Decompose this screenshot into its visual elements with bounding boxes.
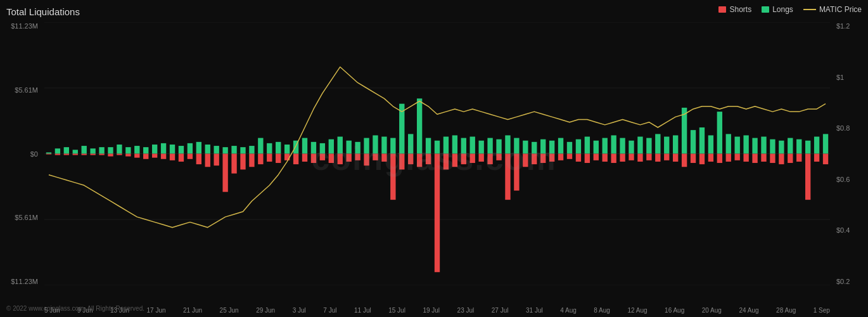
chart-title: Total Liquidations [6,6,80,17]
y-label-zero: $0 [30,150,38,158]
copyright: © 2022 www.coinglass.com. All Rights Res… [6,305,144,312]
price-label: MATIC Price [819,5,862,14]
shorts-color-box [718,6,726,13]
longs-label: Longs [772,5,793,14]
y-label-top: $11.23M [11,22,38,30]
y-label-mid-top: $5.61M [15,86,38,94]
y-label-mid-bot: $5.61M [15,214,38,221]
legend-longs: Longs [762,5,793,14]
x-axis: 5 Jun 9 Jun 13 Jun 17 Jun 21 Jun 25 Jun … [44,307,830,314]
y-right-0.2: $0.2 [836,278,850,285]
y-right-0.4: $0.4 [836,226,850,234]
price-line [803,9,816,10]
shorts-label: Shorts [729,5,751,14]
legend-price: MATIC Price [803,5,862,14]
y-label-bottom: $11.23M [11,278,38,285]
y-right-1.2: $1.2 [836,22,850,30]
y-axis-right: $1.2 $1 $0.8 $0.6 $0.4 $0.2 [831,22,868,285]
chart-container: Total Liquidations Shorts Longs MATIC Pr… [0,0,868,317]
y-axis-left: $11.23M $5.61M $0 $5.61M $11.23M [0,22,43,285]
main-chart [44,22,830,285]
legend: Shorts Longs MATIC Price [718,5,862,14]
legend-shorts: Shorts [718,5,751,14]
y-right-0.6: $0.6 [836,176,850,183]
y-right-1: $1 [836,74,844,81]
longs-color-box [762,6,769,13]
y-right-0.8: $0.8 [836,124,850,132]
